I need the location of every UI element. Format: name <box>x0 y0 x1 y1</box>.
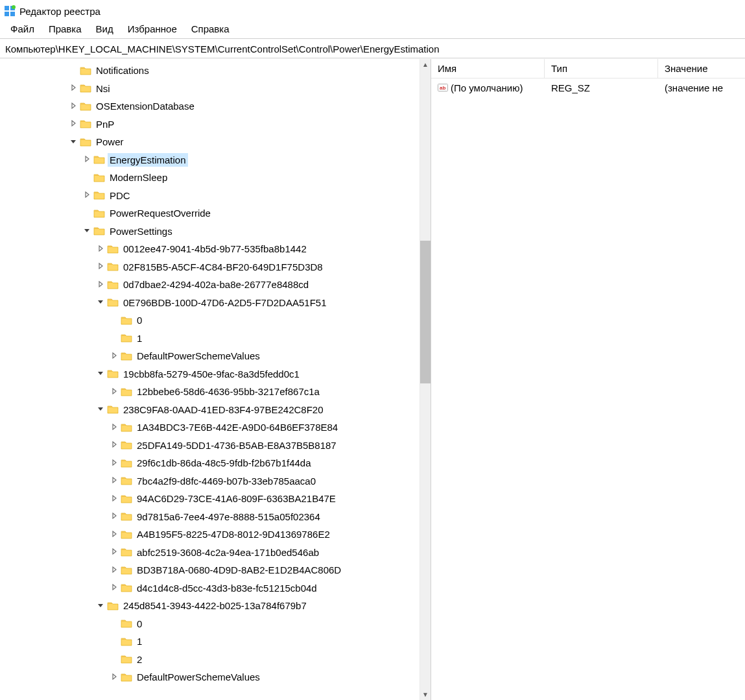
column-header-type[interactable]: Тип <box>545 59 658 78</box>
folder-icon <box>121 315 132 326</box>
chevron-down-icon[interactable] <box>95 298 106 306</box>
tree-item[interactable]: 0d7dbae2-4294-402a-ba8e-26777e8488cd <box>0 276 420 294</box>
chevron-right-icon[interactable] <box>109 673 119 681</box>
scroll-thumb[interactable] <box>420 241 431 383</box>
registry-tree[interactable]: NotificationsNsiOSExtensionDatabasePnPPo… <box>0 59 420 700</box>
folder-icon <box>80 137 91 147</box>
tree-item[interactable]: 1A34BDC3-7E6B-442E-A9D0-64B6EF378E84 <box>0 418 420 437</box>
column-header-name[interactable]: Имя <box>431 59 545 78</box>
tree-item[interactable]: 0 <box>0 615 420 633</box>
tree-item-label: BD3B718A-0680-4D9D-8AB2-E1D2B4AC806D <box>136 564 342 576</box>
chevron-down-icon[interactable] <box>95 602 106 610</box>
tree-item[interactable]: ModernSleep <box>0 169 420 187</box>
chevron-down-icon[interactable] <box>95 405 106 413</box>
values-list[interactable]: ab(По умолчанию)REG_SZ(значение не <box>431 78 745 700</box>
tree-item[interactable]: 25DFA149-5DD1-4736-B5AB-E8A37B5B8187 <box>0 437 420 455</box>
chevron-down-icon[interactable] <box>82 227 92 235</box>
svg-text:ab: ab <box>440 85 445 91</box>
tree-item[interactable]: 0E796BDB-100D-47D6-A2D5-F7D2DAA51F51 <box>0 294 420 312</box>
tree-item[interactable]: 19cbb8fa-5279-450e-9fac-8a3d5fedd0c1 <box>0 365 420 383</box>
chevron-right-icon[interactable] <box>68 103 78 110</box>
tree-item[interactable]: DefaultPowerSchemeValues <box>0 668 420 686</box>
tree-item-label: PowerSettings <box>108 225 174 237</box>
chevron-right-icon[interactable] <box>68 120 78 128</box>
chevron-right-icon[interactable] <box>109 584 119 592</box>
chevron-right-icon[interactable] <box>109 352 119 360</box>
chevron-right-icon[interactable] <box>109 548 119 556</box>
tree-item[interactable]: PDC <box>0 187 420 205</box>
chevron-down-icon[interactable] <box>95 370 106 378</box>
tree-item[interactable]: 7bc4a2f9-d8fc-4469-b07b-33eb785aaca0 <box>0 472 420 490</box>
tree-item[interactable]: PnP <box>0 115 420 134</box>
menu-file[interactable]: Файл <box>4 21 41 36</box>
scroll-up-button[interactable]: ▲ <box>420 59 431 70</box>
tree-item[interactable]: 94AC6D29-73CE-41A6-809F-6363BA21B47E <box>0 490 420 508</box>
chevron-right-icon[interactable] <box>109 477 119 485</box>
value-row[interactable]: ab(По умолчанию)REG_SZ(значение не <box>431 78 745 97</box>
chevron-right-icon[interactable] <box>95 281 106 289</box>
tree-item[interactable]: Power <box>0 133 420 151</box>
tree-item[interactable]: 29f6c1db-86da-48c5-9fdb-f2b67b1f44da <box>0 454 420 472</box>
folder-icon <box>107 261 119 272</box>
tree-item[interactable]: 245d8541-3943-4422-b025-13a784f679b7 <box>0 597 420 615</box>
tree-item-label: 0E796BDB-100D-47D6-A2D5-F7D2DAA51F51 <box>122 296 328 309</box>
tree-item-label: ModernSleep <box>108 171 169 184</box>
folder-icon <box>93 173 105 183</box>
chevron-right-icon[interactable] <box>109 531 119 538</box>
tree-item[interactable]: 9d7815a6-7ee4-497e-8888-515a05f02364 <box>0 508 420 526</box>
menubar: Файл Правка Вид Избранное Справка <box>0 19 745 39</box>
titlebar: Редактор реестра <box>0 0 745 19</box>
tree-item[interactable]: d4c1d4c8-d5cc-43d3-b83e-fc51215cb04d <box>0 579 420 597</box>
tree-item[interactable]: 12bbebe6-58d6-4636-95bb-3217ef867c1a <box>0 383 420 401</box>
tree-item-label: 0d7dbae2-4294-402a-ba8e-26777e8488cd <box>122 278 310 291</box>
chevron-right-icon[interactable] <box>109 513 119 520</box>
svg-rect-0 <box>5 6 9 10</box>
chevron-right-icon[interactable] <box>95 245 106 253</box>
chevron-right-icon[interactable] <box>109 388 119 396</box>
chevron-right-icon[interactable] <box>68 84 78 92</box>
tree-item[interactable]: OSExtensionDatabase <box>0 97 420 115</box>
tree-item[interactable]: 238C9FA8-0AAD-41ED-83F4-97BE242C8F20 <box>0 401 420 419</box>
chevron-right-icon[interactable] <box>109 566 119 574</box>
tree-item[interactable]: BD3B718A-0680-4D9D-8AB2-E1D2B4AC806D <box>0 561 420 579</box>
tree-item[interactable]: PowerRequestOverride <box>0 204 420 223</box>
address-bar[interactable]: Компьютер\HKEY_LOCAL_MACHINE\SYSTEM\Curr… <box>0 39 745 58</box>
tree-item[interactable]: Nsi <box>0 80 420 98</box>
tree-item[interactable]: 0012ee47-9041-4b5d-9b77-535fba8b1442 <box>0 240 420 258</box>
chevron-right-icon[interactable] <box>82 191 92 199</box>
folder-icon <box>121 529 132 540</box>
chevron-down-icon[interactable] <box>68 138 78 146</box>
column-header-value[interactable]: Значение <box>658 59 745 78</box>
chevron-right-icon[interactable] <box>109 424 119 431</box>
tree-item-label: EnergyEstimation <box>108 154 187 166</box>
folder-icon <box>121 458 132 468</box>
menu-view[interactable]: Вид <box>89 21 120 36</box>
menu-edit[interactable]: Правка <box>42 21 88 36</box>
chevron-right-icon[interactable] <box>109 459 119 467</box>
tree-item[interactable]: 02F815B5-A5CF-4C84-BF20-649D1F75D3D8 <box>0 258 420 276</box>
tree-item[interactable]: EnergyEstimation <box>0 151 420 169</box>
main-split: NotificationsNsiOSExtensionDatabasePnPPo… <box>0 58 745 700</box>
folder-icon <box>121 511 132 522</box>
chevron-right-icon[interactable] <box>109 441 119 449</box>
tree-item[interactable]: PowerSettings <box>0 223 420 241</box>
tree-item[interactable]: 1 <box>0 633 420 651</box>
tree-item[interactable]: 0 <box>0 311 420 330</box>
folder-icon <box>121 476 132 486</box>
tree-item[interactable]: 2 <box>0 651 420 669</box>
folder-icon <box>107 601 119 611</box>
menu-favorites[interactable]: Избранное <box>121 21 183 36</box>
chevron-right-icon[interactable] <box>109 495 119 503</box>
menu-help[interactable]: Справка <box>185 21 236 36</box>
value-type: REG_SZ <box>545 82 658 93</box>
scroll-down-button[interactable]: ▼ <box>420 689 431 700</box>
tree-item[interactable]: A4B195F5-8225-47D8-8012-9D41369786E2 <box>0 525 420 544</box>
tree-item[interactable]: Notifications <box>0 62 420 80</box>
tree-item[interactable]: 1 <box>0 330 420 348</box>
chevron-right-icon[interactable] <box>82 156 92 163</box>
tree-item[interactable]: DefaultPowerSchemeValues <box>0 347 420 365</box>
chevron-right-icon[interactable] <box>95 263 106 271</box>
tree-scrollbar[interactable]: ▲ ▼ <box>420 59 431 700</box>
tree-item-label: 9d7815a6-7ee4-497e-8888-515a05f02364 <box>136 511 322 523</box>
tree-item[interactable]: abfc2519-3608-4c2a-94ea-171b0ed546ab <box>0 544 420 562</box>
